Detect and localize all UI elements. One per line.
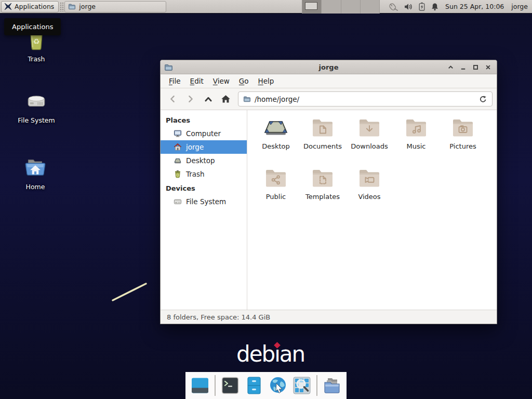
desktop-surface-icon (260, 115, 292, 140)
menu-go[interactable]: Go (234, 75, 254, 87)
desktop-icon-label: Home (9, 183, 61, 191)
file-view: Desktop Documents (247, 110, 497, 310)
battery-charging-icon[interactable] (419, 2, 425, 11)
desktop-icon-label: File System (10, 116, 62, 124)
panel-clock[interactable]: Sun 25 Apr, 10:06 (445, 3, 504, 10)
panel-separator-handle[interactable] (60, 2, 63, 11)
workspace-1[interactable] (302, 0, 322, 14)
sidebar-item-label: jorge (186, 143, 204, 151)
file-label: Music (407, 142, 426, 150)
menu-view[interactable]: View (208, 75, 234, 87)
file-label: Videos (358, 193, 380, 201)
top-panel: Applications jorge Sun 25 Apr, 10:06 jor… (0, 0, 532, 14)
forward-button[interactable] (182, 91, 198, 107)
terminal-icon[interactable] (221, 376, 240, 395)
computer-icon (174, 129, 182, 138)
status-text: 8 folders, Free space: 14.4 GiB (167, 313, 270, 321)
sidebar-item-desktop[interactable]: Desktop (161, 154, 247, 167)
folder-pictures-icon (450, 115, 475, 140)
desktop-icon (174, 156, 182, 165)
sidebar-item-label: Computer (186, 129, 221, 138)
sidebar-item-computer[interactable]: Computer (161, 127, 247, 140)
trash-icon (174, 170, 182, 178)
file-label: Documents (303, 142, 342, 150)
path-text[interactable]: /home/jorge/ (255, 95, 299, 103)
window-folder-icon (164, 63, 173, 72)
debian-logo: debıan (236, 341, 304, 367)
applications-tooltip: Applications (4, 18, 61, 35)
desktop-icon-label: Trash (10, 55, 62, 63)
workspace-window-thumbnail (305, 2, 317, 10)
taskbar-window-label: jorge (79, 3, 96, 10)
harddrive-icon (10, 89, 62, 113)
folder-videos-icon (357, 166, 382, 191)
workspace-3[interactable] (341, 0, 361, 14)
folder-public-icon (263, 166, 288, 191)
file-item-templates[interactable]: Templates (299, 166, 346, 216)
taskbar-folder-icon (68, 3, 76, 10)
workspace-2[interactable] (322, 0, 341, 14)
window-titlebar[interactable]: jorge (161, 60, 497, 74)
mouse-icon[interactable] (387, 2, 398, 11)
sidebar-header-places: Places (161, 113, 247, 127)
cursor-streak (104, 275, 161, 307)
file-item-documents[interactable]: Documents (299, 115, 346, 166)
sidebar-item-label: Desktop (186, 156, 215, 165)
statusbar: 8 folders, Free space: 14.4 GiB (161, 310, 497, 324)
sidebar-item-file-system[interactable]: File System (161, 195, 247, 208)
back-button[interactable] (165, 91, 181, 107)
sidebar-header-devices: Devices (161, 181, 247, 195)
file-item-videos[interactable]: Videos (346, 166, 393, 216)
file-item-pictures[interactable]: Pictures (440, 115, 486, 166)
file-item-desktop[interactable]: Desktop (252, 115, 299, 166)
folder-downloads-icon (357, 115, 382, 140)
volume-icon[interactable] (404, 3, 413, 11)
sidebar: Places Computer jorge Desktop (161, 110, 247, 310)
applications-menu-button[interactable]: Applications (1, 1, 59, 12)
file-label: Downloads (351, 142, 388, 150)
svg-text:♻: ♻ (33, 37, 39, 46)
dock-separator (316, 375, 317, 396)
folder-documents-icon (310, 115, 335, 140)
file-label: Pictures (449, 142, 476, 150)
close-button[interactable] (483, 62, 494, 73)
file-label: Desktop (262, 142, 290, 150)
taskbar-window-button[interactable]: jorge (64, 1, 166, 12)
application-finder-icon[interactable] (292, 376, 311, 395)
maximize-button[interactable] (470, 62, 481, 73)
show-desktop-icon[interactable] (191, 376, 209, 395)
path-bar[interactable]: /home/jorge/ (238, 91, 493, 107)
sidebar-item-trash[interactable]: Trash (161, 167, 247, 181)
menu-help[interactable]: Help (254, 75, 279, 87)
workspace-4[interactable] (361, 0, 380, 14)
web-browser-globe-icon[interactable] (269, 376, 287, 395)
menu-edit[interactable]: Edit (185, 75, 208, 87)
pathbar-folder-icon (243, 95, 251, 103)
file-label: Public (266, 193, 286, 201)
file-manager-cabinet-icon[interactable] (245, 376, 263, 395)
home-folder-icon (9, 156, 61, 180)
reload-icon[interactable] (479, 95, 487, 103)
up-button[interactable] (200, 91, 216, 107)
menu-file[interactable]: File (164, 75, 185, 87)
applications-menu-icon (4, 3, 12, 10)
shade-button[interactable] (445, 62, 456, 73)
tooltip-text: Applications (12, 23, 53, 31)
dock-separator (215, 375, 216, 396)
file-item-downloads[interactable]: Downloads (346, 115, 393, 166)
home-button[interactable] (218, 91, 234, 107)
file-item-music[interactable]: Music (393, 115, 440, 166)
notifications-bell-icon[interactable] (431, 3, 439, 11)
folder-templates-icon (310, 166, 335, 191)
file-item-public[interactable]: Public (252, 166, 299, 216)
desktop-icon-home[interactable]: Home (9, 156, 61, 191)
sidebar-item-jorge[interactable]: jorge (161, 140, 247, 154)
folder-menu-icon[interactable] (323, 376, 341, 395)
home-icon (174, 143, 182, 151)
applications-menu-label: Applications (15, 3, 54, 10)
sidebar-item-label: Trash (186, 170, 205, 178)
desktop-icon-file-system[interactable]: File System (10, 89, 62, 124)
workspace-pager (302, 0, 380, 14)
minimize-button[interactable] (458, 62, 469, 73)
harddrive-icon (174, 197, 182, 206)
